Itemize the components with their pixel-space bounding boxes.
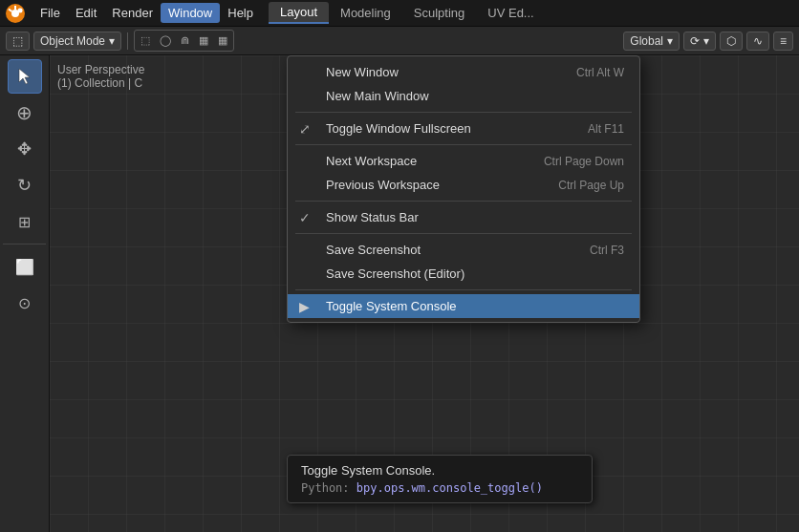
menu-sep-5 [295,289,632,290]
left-sidebar: ⊕ ✥ ↻ ⊞ ⬜ ⊙ [0,55,50,532]
prev-workspace-shortcut: Ctrl Page Up [558,179,624,192]
new-window-label: New Window [326,65,399,79]
menu-render[interactable]: Render [104,3,161,23]
menu-item-next-workspace[interactable]: Next Workspace Ctrl Page Down [288,149,639,173]
svg-marker-6 [19,69,30,84]
mode-icon-btn[interactable]: ⬚ [6,32,30,51]
icon-dashed-rect[interactable]: ⬚ [137,32,154,49]
menu-item-show-status-bar[interactable]: ✓ Show Status Bar [288,205,639,229]
dropdown-chevron-icon: ▾ [109,34,115,48]
viewport[interactable]: User Perspective (1) Collection | C New … [50,55,799,532]
menu-item-save-screenshot-editor[interactable]: Save Screenshot (Editor) [288,262,639,286]
blender-logo[interactable] [4,2,27,25]
sidebar-tool-annotate[interactable]: ⊙ [8,286,42,320]
falloff-btn[interactable]: ∿ [746,32,769,51]
pivot-chevron-icon: ▾ [703,34,709,48]
icon-lasso-select[interactable]: ⋒ [177,32,193,49]
menu-item-toggle-fullscreen[interactable]: ⤢ Toggle Window Fullscreen Alt F11 [288,117,639,140]
menu-window[interactable]: Window [161,3,220,23]
toggle-fullscreen-label: Toggle Window Fullscreen [326,121,471,136]
sidebar-separator [3,244,47,245]
snap-icon: ⬡ [726,34,736,48]
toolbar-separator-1 [127,32,128,50]
toolbar-row: ⬚ Object Mode ▾ ⬚ ◯ ⋒ ▦ ▦ Global ▾ ⟳ ▾ ⬡… [0,27,799,55]
menu-help[interactable]: Help [220,3,261,23]
pivot-btn[interactable]: ⟳ ▾ [683,32,716,51]
checkmark-icon: ✓ [299,210,311,225]
tab-modeling[interactable]: Modeling [329,3,402,23]
toggle-system-console-label: Toggle System Console [326,299,457,313]
extra-btn[interactable]: ≡ [773,32,793,51]
viewport-label: User Perspective (1) Collection | C [57,63,144,90]
select-cursor-icon [14,66,35,87]
falloff-icon: ∿ [753,34,763,48]
save-screenshot-label: Save Screenshot [326,243,421,257]
icon-checker2[interactable]: ▦ [214,32,231,49]
sidebar-tool-rotate[interactable]: ↻ [8,168,42,202]
menu-item-toggle-system-console[interactable]: ▶ Toggle System Console [288,294,639,318]
transform-icon: ⬜ [15,258,34,276]
menu-sep-3 [295,201,632,202]
sidebar-tool-cursor[interactable]: ⊕ [8,96,42,130]
global-dropdown[interactable]: Global ▾ [623,32,680,51]
cursor-icon: ⊕ [16,101,32,124]
menu-item-new-window[interactable]: New Window Ctrl Alt W [288,60,639,84]
save-screenshot-shortcut: Ctrl F3 [590,244,624,257]
menu-edit[interactable]: Edit [68,3,104,23]
object-mode-dropdown[interactable]: Object Mode ▾ [33,32,121,51]
menu-item-new-main-window[interactable]: New Main Window [288,84,639,108]
sidebar-tool-move[interactable]: ✥ [8,132,42,166]
tooltip-python-code: bpy.ops.wm.console_toggle() [356,481,543,495]
object-mode-label: Object Mode [40,34,105,48]
snap-btn[interactable]: ⬡ [720,32,743,51]
pivot-icon: ⟳ [690,34,700,48]
extra-icon: ≡ [780,34,787,48]
mode-icon: ⬚ [12,34,23,48]
top-menu-bar: File Edit Render Window Help Layout Mode… [0,0,799,27]
icon-checker[interactable]: ▦ [195,32,212,49]
icon-circle-select[interactable]: ◯ [156,32,175,49]
move-icon: ✥ [17,138,32,160]
viewport-perspective-label: User Perspective [57,63,144,76]
annotate-icon: ⊙ [18,294,31,312]
tab-uv[interactable]: UV Ed... [476,3,545,23]
new-main-window-label: New Main Window [326,89,429,103]
sidebar-tool-scale[interactable]: ⊞ [8,204,42,239]
tooltip-box: Toggle System Console. Python: bpy.ops.w… [287,455,593,503]
tool-icons-group: ⬚ ◯ ⋒ ▦ ▦ [134,30,234,52]
scale-icon: ⊞ [18,213,31,231]
next-workspace-shortcut: Ctrl Page Down [544,155,624,168]
prev-workspace-label: Previous Workspace [326,178,440,192]
menu-file[interactable]: File [32,3,68,23]
tab-sculpting[interactable]: Sculpting [402,3,476,23]
tab-layout[interactable]: Layout [269,2,329,24]
fullscreen-icon: ⤢ [299,121,311,137]
new-window-shortcut: Ctrl Alt W [576,66,624,79]
global-chevron-icon: ▾ [667,34,673,48]
workspace-tabs: Layout Modeling Sculpting UV Ed... [269,2,546,24]
menu-item-prev-workspace[interactable]: Previous Workspace Ctrl Page Up [288,173,639,197]
console-icon: ▶ [299,299,310,314]
menu-item-save-screenshot[interactable]: Save Screenshot Ctrl F3 [288,238,639,262]
viewport-collection-label: (1) Collection | C [57,76,144,90]
tooltip-python: Python: bpy.ops.wm.console_toggle() [301,481,578,495]
toggle-fullscreen-shortcut: Alt F11 [588,122,624,136]
tooltip-python-prefix: Python: [301,481,350,495]
next-workspace-label: Next Workspace [326,154,417,168]
menu-sep-4 [295,233,632,234]
menu-sep-1 [295,112,632,113]
sidebar-tool-select[interactable] [8,59,42,94]
save-screenshot-editor-label: Save Screenshot (Editor) [326,266,464,281]
global-label: Global [630,34,663,48]
window-dropdown-menu: New Window Ctrl Alt W New Main Window ⤢ … [287,55,640,323]
rotate-icon: ↻ [17,175,32,196]
tooltip-title: Toggle System Console. [301,463,578,478]
sidebar-tool-transform[interactable]: ⬜ [8,249,42,284]
main-area: ⊕ ✥ ↻ ⊞ ⬜ ⊙ User Perspective (1) Collect… [0,55,799,532]
show-status-bar-label: Show Status Bar [326,210,419,224]
menu-sep-2 [295,144,632,145]
